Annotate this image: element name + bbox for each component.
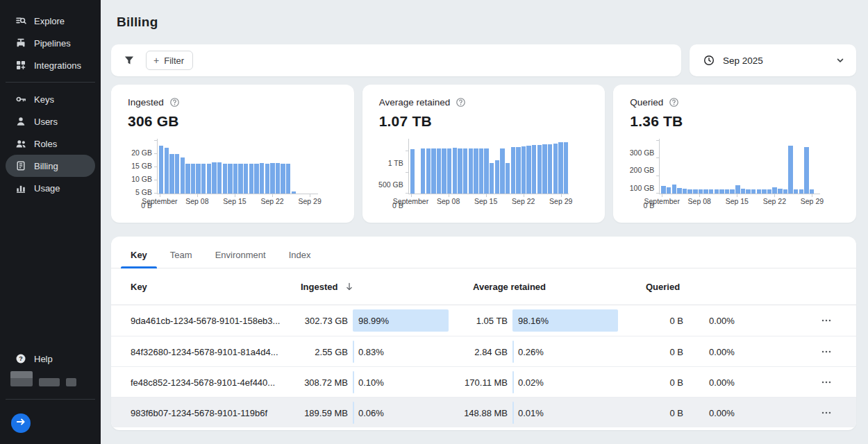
- bar-chart-average-retained: 0 B500 GB1 TBSeptemberSep 08Sep 15Sep 22…: [379, 139, 589, 205]
- chart-bar: [767, 189, 771, 194]
- tab-team[interactable]: Team: [160, 250, 202, 268]
- table-row[interactable]: fe48c852-1234-5678-9101-4ef440...308.72 …: [111, 366, 856, 397]
- sort-desc-icon[interactable]: [344, 282, 354, 291]
- y-axis-tick-label: 200 GB: [630, 166, 655, 174]
- percent-value: 0.06%: [358, 408, 384, 418]
- row-actions-menu-button[interactable]: [820, 376, 833, 388]
- row-actions-menu-button[interactable]: [820, 345, 833, 358]
- percent-value: 0.00%: [709, 347, 735, 357]
- sidebar-item-users[interactable]: Users: [6, 110, 95, 133]
- sidebar-item-integrations[interactable]: Integrations: [6, 54, 95, 76]
- chart-bar: [159, 146, 163, 194]
- key-cell: 9da461cb-1234-5678-9101-158eb3...: [131, 316, 301, 326]
- retained-value-cell: 148.88 MB: [457, 408, 512, 418]
- table-row[interactable]: 983f6b07-1234-5678-9101-119b6f189.59 MB0…: [111, 397, 856, 427]
- sidebar-item-keys[interactable]: Keys: [6, 88, 95, 110]
- chart-bar: [500, 148, 504, 194]
- y-axis-tick-label: 5 GB: [135, 188, 152, 196]
- metric-title: Queried: [630, 97, 663, 108]
- chart-bar: [458, 148, 462, 194]
- chart-bar: [447, 148, 451, 194]
- column-header-key[interactable]: Key: [131, 282, 301, 292]
- roles-icon: [15, 138, 26, 149]
- percent-value: 0.01%: [518, 408, 544, 418]
- percent-databar: [512, 371, 514, 393]
- tab-index[interactable]: Index: [279, 250, 321, 268]
- bar-chart-ingested: 0 B5 GB10 GB15 GB20 GBSeptemberSep 08Sep…: [128, 139, 337, 205]
- metric-value: 306 GB: [128, 113, 337, 130]
- tab-environment[interactable]: Environment: [206, 250, 276, 268]
- chart-bar: [746, 189, 750, 194]
- column-header-ingested[interactable]: Ingested: [301, 282, 337, 292]
- chart-bar: [526, 146, 531, 194]
- add-filter-button[interactable]: + Filter: [146, 51, 193, 70]
- chart-bar: [431, 148, 435, 194]
- x-axis-tick-label: Sep 08: [185, 197, 208, 205]
- percent-value: 0.83%: [358, 347, 384, 357]
- metric-value: 1.36 TB: [630, 113, 840, 130]
- app-logo[interactable]: [11, 413, 31, 433]
- chart-bar: [292, 191, 296, 194]
- chart-bar: [495, 160, 499, 194]
- sidebar-item-help[interactable]: ?Help: [6, 348, 95, 370]
- row-actions-menu-button[interactable]: [820, 314, 833, 327]
- x-axis-tick-label: Sep 29: [549, 197, 572, 205]
- percent-value: 98.16%: [518, 316, 549, 326]
- retained-value-cell: 170.11 MB: [457, 377, 512, 388]
- chart-bar: [437, 148, 441, 194]
- sidebar-item-explore[interactable]: Explore: [6, 10, 95, 32]
- row-actions-menu-button[interactable]: [820, 407, 833, 419]
- percent-databar: [353, 341, 354, 363]
- x-axis-tick-label: Sep 15: [223, 197, 246, 205]
- date-range-value: Sep 2025: [723, 56, 763, 66]
- chart-bar: [548, 144, 552, 194]
- metric-title: Ingested: [128, 97, 164, 108]
- metric-cards: Ingested306 GB0 B5 GB10 GB15 GB20 GBSept…: [111, 85, 856, 223]
- percent-databar: [512, 402, 514, 424]
- chart-bar: [281, 164, 285, 194]
- sidebar-item-roles[interactable]: Roles: [6, 133, 95, 155]
- table-row[interactable]: 9da461cb-1234-5678-9101-158eb3...302.73 …: [111, 305, 856, 336]
- chart-bar: [783, 189, 787, 194]
- chart-bar: [693, 189, 697, 194]
- question-circle-icon[interactable]: [669, 97, 679, 108]
- chart-bar: [223, 164, 227, 194]
- redacted-content: [0, 370, 101, 393]
- chart-bar: [511, 147, 515, 194]
- chart-bar: [249, 164, 253, 194]
- chart-bar: [762, 189, 766, 194]
- ingested-value-cell: 302.73 GB: [301, 316, 353, 326]
- percent-value: 98.99%: [358, 316, 389, 326]
- percent-cell: 0.00%: [688, 336, 751, 367]
- sidebar-item-usage[interactable]: Usage: [6, 177, 95, 199]
- chart-bar: [196, 164, 200, 194]
- sidebar-item-billing[interactable]: Billing: [6, 155, 95, 177]
- key-cell: 983f6b07-1234-5678-9101-119b6f: [131, 408, 301, 418]
- column-header-queried[interactable]: Queried: [627, 282, 751, 292]
- date-range-picker[interactable]: Sep 2025: [690, 44, 856, 76]
- sidebar-collapse-button[interactable]: [80, 418, 91, 429]
- sidebar-item-label: Explore: [34, 16, 65, 26]
- ingested-value-cell: 2.55 GB: [301, 347, 353, 357]
- tab-key[interactable]: Key: [121, 250, 157, 268]
- table-row[interactable]: 84f32680-1234-5678-9101-81a4d4...2.55 GB…: [111, 336, 856, 366]
- sidebar-item-pipelines[interactable]: Pipelines: [6, 32, 95, 54]
- sidebar-item-label: Roles: [34, 139, 57, 149]
- percent-value: 0.02%: [518, 377, 544, 388]
- percent-databar: [353, 371, 354, 393]
- question-circle-icon[interactable]: [456, 97, 466, 108]
- sidebar-item-label: Billing: [34, 161, 58, 171]
- sidebar-item-label: Usage: [34, 183, 60, 194]
- chart-bar: [672, 185, 676, 194]
- retained-value-cell: 2.84 GB: [457, 347, 512, 357]
- percent-value: 0.10%: [358, 377, 384, 388]
- column-header-average-retained[interactable]: Average retained: [457, 282, 627, 292]
- question-circle-icon[interactable]: [169, 97, 180, 108]
- chart-bar: [260, 163, 264, 194]
- chart-bar: [463, 148, 467, 194]
- percent-cell: 0.26%: [512, 336, 627, 367]
- billing-icon: [15, 160, 26, 171]
- sidebar-item-label: Pipelines: [34, 38, 71, 49]
- chart-bar: [683, 189, 687, 194]
- queried-value-cell: 0 B: [627, 408, 688, 418]
